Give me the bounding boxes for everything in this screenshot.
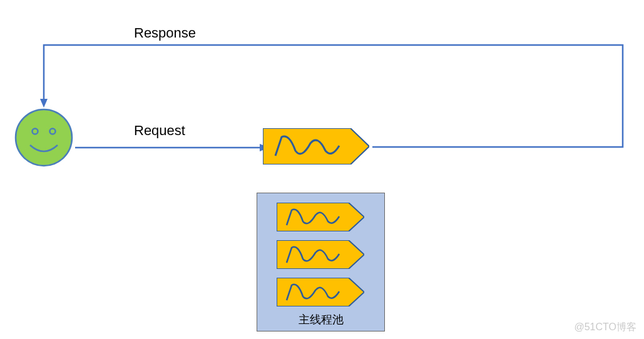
worker-thread-main — [263, 128, 369, 164]
thread-pool-label: 主线程池 — [257, 312, 384, 327]
pool-thread — [277, 278, 364, 306]
pool-thread — [277, 203, 364, 231]
response-label: Response — [134, 25, 196, 41]
watermark-text: @51CTO博客 — [574, 321, 636, 334]
pool-thread — [277, 240, 364, 269]
request-label: Request — [134, 123, 185, 139]
svg-marker-5 — [40, 99, 48, 108]
